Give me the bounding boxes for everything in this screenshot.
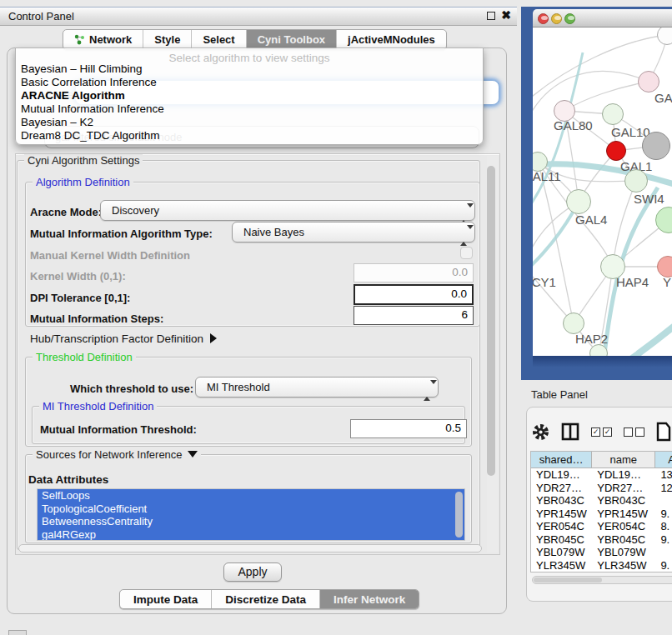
node-gal4[interactable]	[566, 189, 591, 214]
data-attribute-item[interactable]: TopologicalCoefficient	[38, 502, 464, 516]
column-header-3[interactable]: A	[655, 452, 672, 468]
tab-jactivemnodules[interactable]: jActiveMNodules	[337, 30, 446, 49]
which-threshold-combobox[interactable]: MI Threshold	[195, 377, 439, 398]
columns-icon[interactable]	[561, 422, 579, 441]
apply-button[interactable]: Apply	[223, 562, 282, 582]
which-threshold-label: Which threshold to use:	[70, 382, 193, 395]
node[interactable]	[642, 132, 670, 160]
tab-impute-data[interactable]: Impute Data	[120, 590, 212, 608]
node-label-gal11: GAL11	[533, 169, 561, 183]
mi-steps-label: Mutual Information Steps:	[30, 312, 163, 325]
minimized-panel-handle[interactable]	[8, 630, 27, 635]
table-row[interactable]: YPR145WYPR145W9.	[531, 508, 672, 521]
tab-cyni-toolbox[interactable]: Cyni Toolbox	[247, 30, 337, 49]
new-table-icon[interactable]	[656, 422, 671, 442]
table-row[interactable]: YBL079WYBL079W	[531, 546, 672, 559]
table-cell: YDL19…	[531, 468, 592, 482]
data-attribute-item[interactable]: BetweennessCentrality	[38, 515, 464, 528]
table-cell: YDR27…	[531, 482, 592, 495]
gear-icon[interactable]	[532, 423, 549, 441]
network-window-titlebar[interactable]	[533, 9, 672, 28]
kernel-width-field[interactable]: 0.0	[354, 263, 474, 282]
settings-scrollbar-track[interactable]	[487, 156, 498, 552]
combo-stepper-icon	[424, 381, 431, 400]
table-cell: 12	[655, 482, 672, 495]
table-horizontal-scrollbar-thumb[interactable]	[534, 578, 602, 582]
algorithm-dropdown-placeholder: Select algorithm to view settings	[16, 48, 483, 62]
table-cell: YBR045C	[592, 533, 655, 547]
algorithm-option[interactable]: Mutual Information Inference	[16, 102, 483, 116]
hide-columns-icon[interactable]	[624, 428, 644, 437]
float-window-icon[interactable]	[487, 12, 495, 20]
tab-label: jActiveMNodules	[348, 33, 435, 46]
tab-select[interactable]: Select	[192, 30, 246, 49]
table-cell	[655, 546, 672, 559]
tab-label: Cyni Toolbox	[258, 33, 325, 46]
table-row[interactable]: YBR043CYBR043C	[531, 494, 672, 508]
show-columns-icon[interactable]: ✓✓	[591, 428, 612, 437]
mi-threshold-field[interactable]: 0.5	[350, 419, 467, 438]
mi-threshold-label: Mutual Information Threshold:	[40, 423, 197, 436]
mi-type-combobox[interactable]: Naive Bayes	[232, 222, 475, 242]
node-label-gcy1: GCY1	[533, 275, 556, 289]
node-label-gal80: GAL80	[554, 118, 593, 132]
bottom-tab-bar: Impute DataDiscretize DataInfer Network	[119, 589, 419, 609]
attribute-list-scrollbar-thumb[interactable]	[455, 492, 463, 538]
table-cell: YBR043C	[531, 494, 592, 508]
node-gal10[interactable]	[602, 103, 624, 125]
settings-scrollbar-thumb[interactable]	[487, 166, 495, 476]
table-toolbar: ✓✓	[532, 419, 672, 444]
dpi-tolerance-field[interactable]: 0.0	[354, 284, 474, 305]
close-traffic-light-icon[interactable]	[538, 13, 549, 24]
table-cell: YPR145W	[531, 508, 592, 521]
algorithm-option[interactable]: Bayesian – Hill Climbing	[16, 62, 483, 76]
data-attribute-item[interactable]: gal4RGexp	[38, 528, 464, 542]
table-cell: YBL079W	[592, 546, 655, 559]
mi-steps-field[interactable]: 6	[354, 306, 474, 325]
tab-style[interactable]: Style	[143, 30, 192, 49]
algorithm-option[interactable]: Dream8 DC_TDC Algorithm	[16, 129, 483, 142]
table-cell: 9.	[655, 508, 672, 521]
zoom-traffic-light-icon[interactable]	[564, 13, 575, 24]
table-row[interactable]: YER054CYER054C8.	[531, 520, 672, 533]
minimize-traffic-light-icon[interactable]	[551, 13, 562, 24]
node-label-gal: GAL	[654, 91, 672, 105]
aracne-mode-label: Aracne Mode:	[30, 206, 102, 218]
column-header-1[interactable]: shared…	[531, 452, 592, 468]
network-canvas[interactable]: GALGAL80GAL10GAL1GAL11SWI4GAL4GCY1HAP4YH…	[533, 28, 672, 356]
table-row[interactable]: YBR045CYBR045C9.	[531, 533, 672, 547]
threshold-definition-title: Threshold Definition	[33, 351, 136, 363]
algorithm-option[interactable]: Bayesian – K2	[16, 116, 483, 129]
hub-definition-expander[interactable]: Hub/Transcription Factor Definition	[30, 332, 217, 345]
table-row[interactable]: YDL19…YDL19…13	[531, 468, 672, 482]
node-gal1[interactable]	[606, 141, 626, 161]
data-attributes-label: Data Attributes	[28, 473, 108, 486]
close-icon[interactable]: ✖	[501, 8, 511, 22]
tab-infer-network[interactable]: Infer Network	[320, 590, 419, 608]
control-panel-titlebar: Control Panel ✖	[0, 7, 517, 26]
table-row[interactable]: YDR27…YDR27…12	[531, 482, 672, 495]
table-horizontal-scrollbar[interactable]	[532, 576, 672, 584]
table-row[interactable]: YLR345WYLR345W9.	[531, 559, 672, 572]
sources-group-title[interactable]: Sources for Network Inference	[33, 448, 201, 461]
table-row[interactable]: YIL052CYIL052C9	[531, 572, 672, 572]
node-table[interactable]: shared…nameA YDL19…YDL19…13YDR27…YDR27…1…	[530, 451, 672, 572]
aracne-mode-combobox[interactable]: Discovery	[100, 200, 475, 221]
algorithm-option[interactable]: Basic Correlation Inference	[16, 76, 483, 89]
node-swi4[interactable]	[624, 169, 648, 192]
control-panel-title: Control Panel	[8, 10, 74, 22]
manual-kernel-checkbox[interactable]	[460, 247, 473, 259]
data-attribute-item[interactable]: SelfLoops	[38, 489, 464, 502]
data-attributes-list[interactable]: SelfLoopsTopologicalCoefficientBetweenne…	[37, 488, 465, 541]
tab-network[interactable]: Network	[63, 30, 143, 49]
algorithm-definition-title: Algorithm Definition	[33, 176, 133, 188]
combo-stepper-icon	[460, 204, 468, 223]
node-gal[interactable]	[638, 71, 659, 92]
settings-horizontal-scrollbar[interactable]	[18, 544, 482, 552]
column-header-2[interactable]: name	[592, 452, 655, 468]
table-cell: 9.	[655, 559, 672, 572]
algorithm-option[interactable]: ARACNE Algorithm	[16, 89, 483, 102]
cyni-algorithm-settings-title: Cyni Algorithm Settings	[24, 154, 143, 167]
tab-discretize-data[interactable]: Discretize Data	[212, 590, 320, 608]
table-cell: YIL052C	[592, 572, 655, 572]
